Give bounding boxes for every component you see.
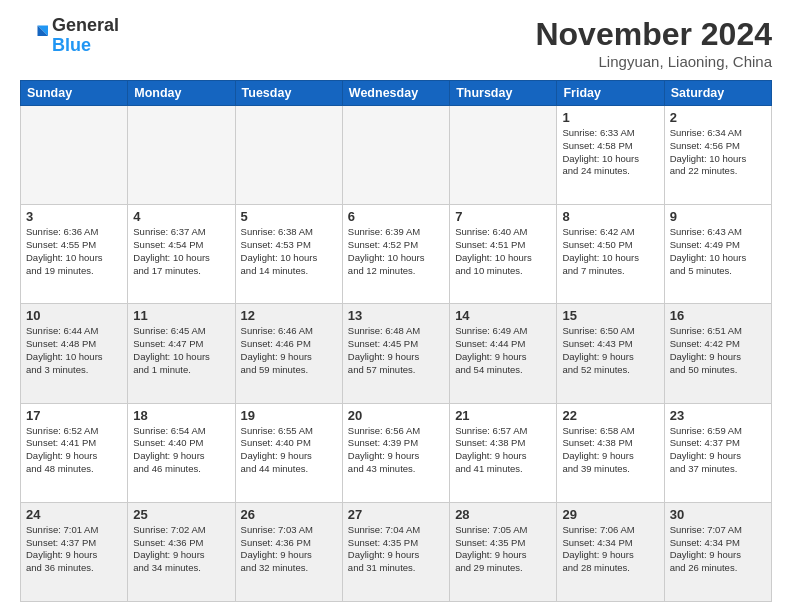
day-cell-11: 11Sunrise: 6:45 AM Sunset: 4:47 PM Dayli… — [128, 304, 235, 403]
day-number: 4 — [133, 209, 229, 224]
day-cell-23: 23Sunrise: 6:59 AM Sunset: 4:37 PM Dayli… — [664, 403, 771, 502]
calendar-location: Lingyuan, Liaoning, China — [535, 53, 772, 70]
day-number: 30 — [670, 507, 766, 522]
day-detail: Sunrise: 6:49 AM Sunset: 4:44 PM Dayligh… — [455, 325, 551, 376]
day-number: 14 — [455, 308, 551, 323]
day-detail: Sunrise: 6:34 AM Sunset: 4:56 PM Dayligh… — [670, 127, 766, 178]
logo-blue: Blue — [52, 35, 91, 55]
logo-text: General Blue — [52, 16, 119, 56]
weekday-thursday: Thursday — [450, 81, 557, 106]
day-number: 13 — [348, 308, 444, 323]
day-detail: Sunrise: 7:03 AM Sunset: 4:36 PM Dayligh… — [241, 524, 337, 575]
week-row-5: 24Sunrise: 7:01 AM Sunset: 4:37 PM Dayli… — [21, 502, 772, 601]
day-number: 25 — [133, 507, 229, 522]
day-cell-4: 4Sunrise: 6:37 AM Sunset: 4:54 PM Daylig… — [128, 205, 235, 304]
day-cell-22: 22Sunrise: 6:58 AM Sunset: 4:38 PM Dayli… — [557, 403, 664, 502]
day-cell-8: 8Sunrise: 6:42 AM Sunset: 4:50 PM Daylig… — [557, 205, 664, 304]
day-number: 24 — [26, 507, 122, 522]
day-cell-29: 29Sunrise: 7:06 AM Sunset: 4:34 PM Dayli… — [557, 502, 664, 601]
logo: General Blue — [20, 16, 119, 56]
day-detail: Sunrise: 6:44 AM Sunset: 4:48 PM Dayligh… — [26, 325, 122, 376]
day-cell-30: 30Sunrise: 7:07 AM Sunset: 4:34 PM Dayli… — [664, 502, 771, 601]
day-cell-7: 7Sunrise: 6:40 AM Sunset: 4:51 PM Daylig… — [450, 205, 557, 304]
day-number: 26 — [241, 507, 337, 522]
day-detail: Sunrise: 6:43 AM Sunset: 4:49 PM Dayligh… — [670, 226, 766, 277]
logo-general: General — [52, 15, 119, 35]
day-detail: Sunrise: 7:06 AM Sunset: 4:34 PM Dayligh… — [562, 524, 658, 575]
weekday-sunday: Sunday — [21, 81, 128, 106]
day-cell-2: 2Sunrise: 6:34 AM Sunset: 4:56 PM Daylig… — [664, 106, 771, 205]
day-cell-24: 24Sunrise: 7:01 AM Sunset: 4:37 PM Dayli… — [21, 502, 128, 601]
weekday-saturday: Saturday — [664, 81, 771, 106]
day-cell-1: 1Sunrise: 6:33 AM Sunset: 4:58 PM Daylig… — [557, 106, 664, 205]
empty-cell — [450, 106, 557, 205]
day-number: 19 — [241, 408, 337, 423]
day-detail: Sunrise: 6:52 AM Sunset: 4:41 PM Dayligh… — [26, 425, 122, 476]
day-number: 18 — [133, 408, 229, 423]
day-cell-20: 20Sunrise: 6:56 AM Sunset: 4:39 PM Dayli… — [342, 403, 449, 502]
day-cell-9: 9Sunrise: 6:43 AM Sunset: 4:49 PM Daylig… — [664, 205, 771, 304]
empty-cell — [128, 106, 235, 205]
day-cell-13: 13Sunrise: 6:48 AM Sunset: 4:45 PM Dayli… — [342, 304, 449, 403]
day-detail: Sunrise: 6:38 AM Sunset: 4:53 PM Dayligh… — [241, 226, 337, 277]
day-number: 8 — [562, 209, 658, 224]
weekday-friday: Friday — [557, 81, 664, 106]
day-detail: Sunrise: 7:05 AM Sunset: 4:35 PM Dayligh… — [455, 524, 551, 575]
day-cell-17: 17Sunrise: 6:52 AM Sunset: 4:41 PM Dayli… — [21, 403, 128, 502]
day-cell-10: 10Sunrise: 6:44 AM Sunset: 4:48 PM Dayli… — [21, 304, 128, 403]
day-detail: Sunrise: 7:02 AM Sunset: 4:36 PM Dayligh… — [133, 524, 229, 575]
day-cell-15: 15Sunrise: 6:50 AM Sunset: 4:43 PM Dayli… — [557, 304, 664, 403]
header: General Blue November 2024 Lingyuan, Lia… — [20, 16, 772, 70]
day-number: 22 — [562, 408, 658, 423]
day-number: 5 — [241, 209, 337, 224]
day-detail: Sunrise: 6:46 AM Sunset: 4:46 PM Dayligh… — [241, 325, 337, 376]
day-detail: Sunrise: 6:56 AM Sunset: 4:39 PM Dayligh… — [348, 425, 444, 476]
calendar-table: SundayMondayTuesdayWednesdayThursdayFrid… — [20, 80, 772, 602]
day-number: 16 — [670, 308, 766, 323]
day-cell-19: 19Sunrise: 6:55 AM Sunset: 4:40 PM Dayli… — [235, 403, 342, 502]
day-detail: Sunrise: 6:45 AM Sunset: 4:47 PM Dayligh… — [133, 325, 229, 376]
day-number: 27 — [348, 507, 444, 522]
day-number: 20 — [348, 408, 444, 423]
day-detail: Sunrise: 6:40 AM Sunset: 4:51 PM Dayligh… — [455, 226, 551, 277]
logo-icon — [20, 22, 48, 50]
title-block: November 2024 Lingyuan, Liaoning, China — [535, 16, 772, 70]
day-detail: Sunrise: 6:37 AM Sunset: 4:54 PM Dayligh… — [133, 226, 229, 277]
day-cell-21: 21Sunrise: 6:57 AM Sunset: 4:38 PM Dayli… — [450, 403, 557, 502]
weekday-header-row: SundayMondayTuesdayWednesdayThursdayFrid… — [21, 81, 772, 106]
day-detail: Sunrise: 6:59 AM Sunset: 4:37 PM Dayligh… — [670, 425, 766, 476]
empty-cell — [342, 106, 449, 205]
day-cell-6: 6Sunrise: 6:39 AM Sunset: 4:52 PM Daylig… — [342, 205, 449, 304]
day-number: 2 — [670, 110, 766, 125]
day-detail: Sunrise: 6:42 AM Sunset: 4:50 PM Dayligh… — [562, 226, 658, 277]
day-number: 3 — [26, 209, 122, 224]
week-row-1: 1Sunrise: 6:33 AM Sunset: 4:58 PM Daylig… — [21, 106, 772, 205]
day-detail: Sunrise: 6:54 AM Sunset: 4:40 PM Dayligh… — [133, 425, 229, 476]
day-number: 1 — [562, 110, 658, 125]
day-detail: Sunrise: 7:04 AM Sunset: 4:35 PM Dayligh… — [348, 524, 444, 575]
day-detail: Sunrise: 6:33 AM Sunset: 4:58 PM Dayligh… — [562, 127, 658, 178]
day-number: 11 — [133, 308, 229, 323]
week-row-4: 17Sunrise: 6:52 AM Sunset: 4:41 PM Dayli… — [21, 403, 772, 502]
weekday-monday: Monday — [128, 81, 235, 106]
day-detail: Sunrise: 6:39 AM Sunset: 4:52 PM Dayligh… — [348, 226, 444, 277]
day-number: 12 — [241, 308, 337, 323]
day-cell-14: 14Sunrise: 6:49 AM Sunset: 4:44 PM Dayli… — [450, 304, 557, 403]
day-detail: Sunrise: 6:48 AM Sunset: 4:45 PM Dayligh… — [348, 325, 444, 376]
day-cell-16: 16Sunrise: 6:51 AM Sunset: 4:42 PM Dayli… — [664, 304, 771, 403]
day-number: 10 — [26, 308, 122, 323]
day-detail: Sunrise: 6:58 AM Sunset: 4:38 PM Dayligh… — [562, 425, 658, 476]
empty-cell — [235, 106, 342, 205]
week-row-2: 3Sunrise: 6:36 AM Sunset: 4:55 PM Daylig… — [21, 205, 772, 304]
page: General Blue November 2024 Lingyuan, Lia… — [0, 0, 792, 612]
weekday-wednesday: Wednesday — [342, 81, 449, 106]
day-cell-3: 3Sunrise: 6:36 AM Sunset: 4:55 PM Daylig… — [21, 205, 128, 304]
day-cell-27: 27Sunrise: 7:04 AM Sunset: 4:35 PM Dayli… — [342, 502, 449, 601]
day-cell-18: 18Sunrise: 6:54 AM Sunset: 4:40 PM Dayli… — [128, 403, 235, 502]
day-number: 23 — [670, 408, 766, 423]
weekday-tuesday: Tuesday — [235, 81, 342, 106]
day-cell-25: 25Sunrise: 7:02 AM Sunset: 4:36 PM Dayli… — [128, 502, 235, 601]
day-detail: Sunrise: 6:51 AM Sunset: 4:42 PM Dayligh… — [670, 325, 766, 376]
day-detail: Sunrise: 7:01 AM Sunset: 4:37 PM Dayligh… — [26, 524, 122, 575]
day-number: 6 — [348, 209, 444, 224]
